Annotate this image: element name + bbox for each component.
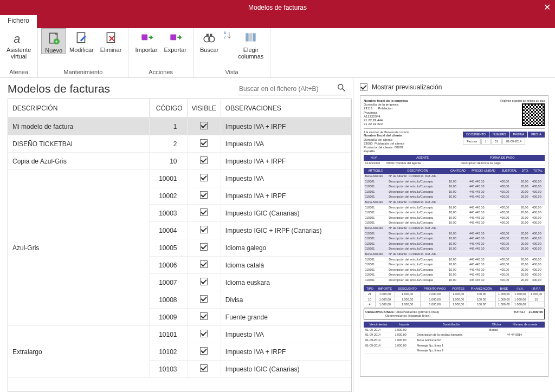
svg-rect-6 (141, 35, 147, 41)
col-observaciones[interactable]: OBSERVACIONES (221, 99, 351, 118)
svg-rect-7 (170, 35, 176, 41)
checkbox-icon[interactable] (200, 260, 208, 268)
svg-point-17 (338, 84, 343, 89)
window-title: Modelos de facturas (248, 4, 307, 11)
export-icon (167, 30, 183, 45)
checkbox-icon[interactable] (200, 226, 208, 233)
checkbox-icon[interactable] (200, 174, 208, 181)
close-icon[interactable]: ✕ (544, 2, 551, 12)
table-row[interactable]: Azul-Gris10001Impuesto IVA (8, 170, 351, 187)
binoculars-icon (202, 30, 217, 45)
title-bar: Modelos de facturas ✕ (0, 0, 555, 15)
assistant-icon: a (11, 30, 27, 45)
checkbox-icon[interactable] (200, 312, 208, 320)
ribbon: a Asistente virtual Atenea + Nuevo Modif… (0, 28, 555, 78)
elegir-columnas-button[interactable]: Elegir columnas (235, 28, 267, 60)
tab-fichero[interactable]: Fichero (0, 15, 37, 28)
sort-button[interactable]: AZ (222, 28, 235, 60)
table-row[interactable]: DISEÑO TICKETBAI2Impuesto IVA (8, 135, 351, 153)
svg-rect-16 (253, 33, 255, 41)
search-icon (337, 83, 346, 95)
ribbon-group-acciones-label: Acciones (132, 69, 190, 76)
qr-code (522, 103, 545, 126)
svg-rect-15 (249, 33, 251, 41)
col-codigo[interactable]: CÓDIGO (149, 99, 187, 118)
ribbon-tabs: Fichero (0, 15, 555, 28)
svg-text:A: A (224, 31, 227, 35)
asistente-virtual-button[interactable]: a Asistente virtual (3, 28, 34, 60)
checkbox-icon[interactable] (200, 208, 208, 216)
svg-rect-10 (206, 34, 209, 36)
importar-button[interactable]: Importar (132, 28, 160, 53)
nuevo-button[interactable]: + Nuevo (41, 28, 66, 54)
ribbon-group-atenea-label: Atenea (3, 69, 34, 76)
models-grid: DESCRIPCIÓN CÓDIGO VISIBLE OBSERVACIONES… (8, 99, 352, 392)
search-input[interactable] (238, 84, 337, 94)
svg-rect-14 (246, 33, 248, 41)
table-row[interactable]: Extralargo10101Impuesto IVA (8, 326, 351, 343)
new-document-icon: + (46, 31, 61, 46)
col-descripcion[interactable]: DESCRIPCIÓN (8, 99, 149, 118)
checkbox-icon[interactable] (200, 295, 208, 303)
buscar-button[interactable]: Buscar (197, 28, 222, 60)
modificar-button[interactable]: Modificar (66, 28, 97, 54)
checkbox-icon[interactable] (200, 156, 208, 164)
checkbox-icon[interactable] (200, 243, 208, 251)
svg-text:Z: Z (224, 35, 226, 39)
edit-document-icon (74, 30, 89, 45)
checkbox-icon[interactable] (200, 364, 208, 372)
checkbox-icon[interactable] (200, 330, 208, 337)
table-row[interactable]: Mi modelo de factura1Impuesto IVA + IRPF (8, 118, 351, 135)
col-visible[interactable]: VISIBLE (187, 99, 221, 118)
checkbox-icon[interactable] (200, 139, 208, 147)
checkbox-icon[interactable] (200, 347, 208, 355)
invoice-preview: Nombre fiscal de la empresa Domicilio de… (360, 95, 548, 377)
search-field[interactable] (238, 83, 346, 95)
show-preview-checkbox[interactable]: Mostrar previsualización (360, 83, 548, 91)
svg-text:+: + (55, 38, 58, 44)
table-row[interactable]: Copia de Azul-Gris10Impuesto IVA + IRPF (8, 153, 351, 170)
delete-document-icon (104, 30, 119, 45)
svg-line-18 (343, 88, 345, 91)
columns-icon (243, 30, 259, 45)
checkbox-icon[interactable] (200, 278, 208, 285)
import-icon (139, 30, 154, 45)
ribbon-group-vista-label: Vista (197, 69, 267, 76)
sort-icon: AZ (223, 30, 233, 40)
checkbox-icon (360, 83, 367, 91)
svg-rect-11 (210, 34, 212, 36)
svg-text:a: a (14, 32, 20, 45)
exportar-button[interactable]: Exportar (160, 28, 190, 53)
eliminar-button[interactable]: Eliminar (97, 28, 125, 54)
checkbox-icon[interactable] (200, 191, 208, 199)
page-title: Modelos de facturas (8, 82, 110, 95)
ribbon-group-mantenimiento-label: Mantenimiento (41, 69, 125, 76)
checkbox-icon[interactable] (200, 122, 208, 129)
